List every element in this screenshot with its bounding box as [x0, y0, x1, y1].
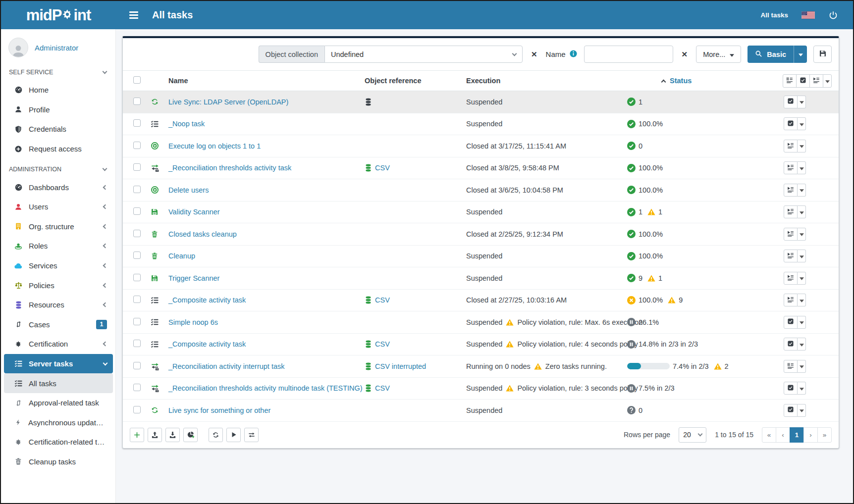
create-task-button[interactable]: [130, 428, 144, 442]
row-checkbox[interactable]: [133, 186, 141, 193]
row-actions-caret-button[interactable]: [798, 96, 806, 108]
create-report-button[interactable]: [183, 428, 198, 442]
object-collection-select[interactable]: Undefined: [324, 46, 523, 63]
sidebar-item-cleanup-tasks[interactable]: Cleanup tasks: [4, 452, 113, 472]
refresh-button[interactable]: [209, 428, 223, 442]
pagination-button-prev[interactable]: ‹: [776, 427, 790, 443]
resume-tasks-button[interactable]: [784, 184, 798, 197]
row-actions-caret-button[interactable]: [798, 294, 806, 306]
task-name-link[interactable]: _Reconciliation thresholds activity mult…: [168, 384, 363, 392]
export-tasks-button[interactable]: [165, 428, 180, 442]
row-checkbox[interactable]: [133, 384, 141, 391]
pagination-button-first[interactable]: «: [762, 427, 776, 443]
select-tasks-button[interactable]: [784, 382, 798, 395]
row-actions-caret-button[interactable]: [798, 228, 806, 241]
object-reference-link[interactable]: CSV: [375, 384, 390, 392]
row-checkbox[interactable]: [133, 252, 141, 259]
row-actions-caret-button[interactable]: [798, 404, 806, 417]
task-name-link[interactable]: _Composite activity task: [168, 296, 246, 304]
row-actions-caret-button[interactable]: [798, 338, 806, 351]
select-tasks-button[interactable]: [784, 338, 798, 351]
task-name-link[interactable]: Cleanup: [168, 252, 195, 260]
row-checkbox[interactable]: [133, 163, 141, 171]
suspend-tasks-button[interactable]: [784, 360, 798, 373]
pagination-button-page[interactable]: 1: [790, 427, 804, 443]
power-icon[interactable]: [828, 10, 838, 20]
row-checkbox[interactable]: [133, 362, 141, 369]
row-checkbox[interactable]: [133, 98, 141, 105]
select-tasks-button[interactable]: [784, 316, 798, 329]
task-name-link[interactable]: Live Sync: LDAP Server (OpenLDAP): [168, 98, 288, 106]
row-actions-caret-button[interactable]: [798, 360, 806, 373]
row-actions-caret-button[interactable]: [798, 272, 806, 285]
basic-search-caret-button[interactable]: [794, 46, 807, 63]
row-actions-caret-button[interactable]: [798, 161, 806, 174]
row-checkbox[interactable]: [133, 318, 141, 325]
row-actions-caret-button[interactable]: [798, 117, 806, 130]
rows-per-page-select[interactable]: 20: [679, 427, 706, 443]
select-tasks-button[interactable]: [784, 117, 798, 130]
clear-name-filter-button[interactable]: ✕: [680, 49, 690, 60]
task-name-link[interactable]: Live sync for something or other: [168, 406, 270, 414]
task-name-link[interactable]: Execute log on objects 1 to 1: [168, 142, 261, 150]
resume-tasks-button[interactable]: [784, 294, 798, 306]
sidebar-item-approval-related-task[interactable]: Approval-related task: [4, 393, 113, 413]
row-checkbox[interactable]: [133, 340, 141, 347]
sidebar-item-server-tasks[interactable]: Server tasks: [4, 354, 113, 374]
resume-tasks-button[interactable]: [784, 250, 798, 262]
row-actions-caret-button[interactable]: [798, 184, 806, 197]
topbar-breadcrumb-link[interactable]: All tasks: [760, 11, 788, 19]
save-filter-button[interactable]: [813, 46, 832, 63]
task-name-link[interactable]: Trigger Scanner: [168, 274, 219, 282]
row-checkbox[interactable]: [133, 207, 141, 215]
pagination-button-last[interactable]: »: [817, 427, 832, 443]
sidebar-item-all-tasks[interactable]: All tasks: [4, 373, 113, 393]
sidebar-item-cases[interactable]: Cases1: [4, 315, 113, 335]
row-actions-caret-button[interactable]: [798, 382, 806, 395]
sidebar-item-home[interactable]: Home: [4, 80, 113, 100]
object-reference-link[interactable]: CSV: [375, 164, 390, 172]
task-name-link[interactable]: _Reconciliation thresholds activity task: [168, 164, 291, 172]
task-name-link[interactable]: Validity Scanner: [168, 208, 220, 216]
sidebar-item-roles[interactable]: Roles: [4, 236, 113, 256]
bulk-actions-caret-button[interactable]: [823, 74, 832, 88]
clear-object-collection-button[interactable]: ✕: [529, 49, 539, 60]
resume-tasks-button[interactable]: [784, 228, 798, 241]
basic-search-button[interactable]: Basic: [747, 46, 794, 63]
task-name-link[interactable]: _Noop task: [168, 120, 205, 128]
sidebar-item-policies[interactable]: Policies: [4, 275, 113, 295]
sidebar-item-dashboards[interactable]: Dashboards: [4, 177, 113, 197]
sidebar-item-certification[interactable]: Certification: [4, 334, 113, 354]
hamburger-icon[interactable]: [129, 11, 138, 18]
task-name-link[interactable]: _Reconciliation activity interrupt task: [168, 362, 285, 370]
row-actions-caret-button[interactable]: [798, 316, 806, 329]
resume-tasks-button[interactable]: [784, 272, 798, 285]
column-header-status[interactable]: Status: [670, 77, 692, 85]
task-name-link[interactable]: Closed tasks cleanup: [168, 230, 237, 238]
row-actions-caret-button[interactable]: [798, 205, 806, 218]
sidebar-section-header[interactable]: SELF SERVICE: [1, 61, 116, 80]
info-icon[interactable]: [569, 50, 578, 59]
task-name-link[interactable]: Simple noop 6s: [168, 318, 218, 326]
sidebar-item-org-structure[interactable]: Org. structure: [4, 217, 113, 237]
sidebar-section-header[interactable]: ADMINISTRATION: [1, 158, 116, 177]
suspend-tasks-button[interactable]: [783, 74, 797, 88]
sidebar-item-asynchronous-update-t[interactable]: Asynchronous update t...: [4, 413, 113, 433]
resume-tasks-button[interactable]: [226, 428, 241, 442]
more-filters-button[interactable]: More...: [696, 46, 741, 63]
object-reference-link[interactable]: CSV interrupted: [375, 362, 426, 370]
object-reference-link[interactable]: CSV: [375, 296, 390, 304]
row-checkbox[interactable]: [133, 142, 141, 149]
task-name-link[interactable]: Delete users: [168, 186, 209, 194]
select-tasks-button[interactable]: [784, 404, 798, 417]
row-actions-caret-button[interactable]: [798, 250, 806, 262]
name-filter-input[interactable]: [584, 46, 673, 63]
row-checkbox[interactable]: [133, 119, 141, 127]
pagination-button-next[interactable]: ›: [803, 427, 818, 443]
resume-tasks-button[interactable]: [784, 140, 798, 152]
select-all-checkbox[interactable]: [133, 76, 141, 84]
resume-tasks-button[interactable]: [784, 205, 798, 218]
task-name-link[interactable]: _Composite activity task: [168, 340, 246, 348]
synchronize-button[interactable]: [244, 428, 259, 442]
row-checkbox[interactable]: [133, 406, 141, 413]
